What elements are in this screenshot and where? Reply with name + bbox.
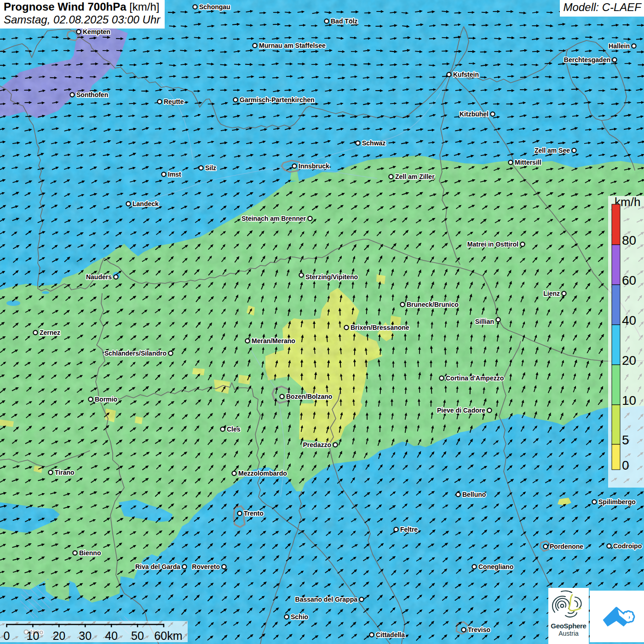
svg-text:Feltre: Feltre [400, 526, 418, 533]
svg-text:Zernez: Zernez [40, 329, 60, 336]
svg-text:Kempten: Kempten [83, 28, 110, 35]
svg-text:Landeck: Landeck [132, 200, 159, 207]
svg-text:Treviso: Treviso [468, 626, 490, 633]
svg-text:60km: 60km [154, 629, 182, 642]
svg-text:Brixen/Bressanone: Brixen/Bressanone [351, 324, 409, 331]
svg-text:Garmisch-Partenkirchen: Garmisch-Partenkirchen [240, 96, 315, 104]
svg-text:Schongau: Schongau [199, 3, 230, 11]
svg-text:Pordenone: Pordenone [550, 543, 583, 550]
svg-text:0: 0 [622, 458, 629, 472]
svg-text:Matrei in Osttirol: Matrei in Osttirol [467, 241, 518, 248]
svg-text:Zell am Ziller: Zell am Ziller [395, 173, 435, 180]
svg-text:Sillian: Sillian [475, 318, 494, 325]
svg-text:Schlanders/Silandro: Schlanders/Silandro [104, 350, 167, 357]
svg-text:Murnau am Staffelsee: Murnau am Staffelsee [259, 42, 326, 49]
svg-text:30: 30 [79, 629, 92, 642]
svg-text:Innsbruck: Innsbruck [299, 162, 329, 170]
svg-text:Meran/Merano: Meran/Merano [252, 337, 295, 345]
svg-text:Berchtesgaden: Berchtesgaden [564, 56, 610, 63]
svg-text:Bassano del Grappa: Bassano del Grappa [295, 596, 358, 603]
svg-text:40: 40 [105, 629, 118, 642]
svg-text:Sonthofen: Sonthofen [76, 91, 108, 98]
svg-text:Mezzolombardo: Mezzolombardo [238, 470, 287, 477]
svg-text:Silz: Silz [205, 164, 216, 172]
svg-text:Belluno: Belluno [462, 491, 486, 498]
svg-text:40: 40 [622, 313, 636, 328]
svg-text:80: 80 [622, 233, 636, 247]
svg-text:Bienno: Bienno [79, 549, 101, 557]
svg-text:Steinach am Brenner: Steinach am Brenner [242, 215, 306, 222]
svg-text:0: 0 [4, 629, 10, 642]
svg-text:Kitzbühel: Kitzbühel [460, 110, 489, 118]
svg-text:Conegliano: Conegliano [478, 563, 513, 570]
svg-text:50: 50 [131, 629, 144, 642]
svg-text:Predazzo: Predazzo [303, 441, 331, 448]
svg-text:20: 20 [622, 353, 636, 368]
svg-text:Bad Tölz: Bad Tölz [331, 17, 357, 25]
svg-text:Riva del Garda: Riva del Garda [135, 563, 180, 570]
svg-text:Bruneck/Brunico: Bruneck/Brunico [407, 301, 459, 308]
svg-text:Lienz: Lienz [543, 290, 560, 297]
svg-text:Imst: Imst [168, 171, 181, 178]
svg-text:Bozen/Bolzano: Bozen/Bolzano [286, 393, 332, 400]
svg-text:Tirano: Tirano [55, 469, 75, 476]
svg-text:Schio: Schio [291, 613, 308, 621]
svg-text:Trento: Trento [244, 510, 264, 517]
svg-text:Cles: Cles [227, 426, 241, 433]
svg-text:Spilimbergo: Spilimbergo [598, 498, 636, 506]
svg-text:20: 20 [52, 629, 65, 642]
svg-text:Schwaz: Schwaz [362, 139, 385, 147]
svg-text:Reutte: Reutte [164, 98, 184, 105]
svg-text:Bormio: Bormio [95, 396, 117, 403]
svg-text:Cortina d'Ampezzo: Cortina d'Ampezzo [446, 374, 504, 382]
svg-text:Sterzing/Vipiteno: Sterzing/Vipiteno [305, 273, 358, 281]
svg-text:5: 5 [622, 433, 629, 447]
svg-text:Mittersill: Mittersill [515, 159, 541, 166]
svg-text:Nauders: Nauders [86, 273, 112, 281]
svg-text:Rovereto: Rovereto [192, 563, 220, 570]
svg-text:Codroipo: Codroipo [613, 542, 642, 550]
svg-text:Kufstein: Kufstein [453, 71, 479, 78]
svg-text:10: 10 [622, 393, 636, 408]
svg-text:Pieve di Cadore: Pieve di Cadore [437, 407, 485, 414]
svg-text:Zell am See: Zell am See [535, 147, 570, 154]
svg-text:60: 60 [622, 273, 636, 288]
svg-text:10: 10 [26, 629, 39, 642]
svg-text:Cittadella: Cittadella [376, 631, 405, 638]
svg-text:Hallein: Hallein [609, 42, 630, 50]
